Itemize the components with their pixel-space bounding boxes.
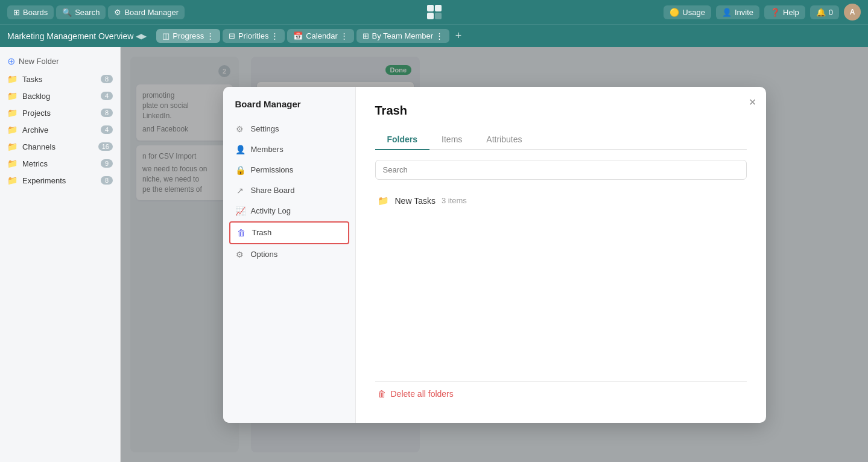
- app-logo: [425, 2, 444, 22]
- delete-icon: 🗑: [378, 389, 386, 399]
- board-manager-label: Board Manager: [124, 8, 179, 17]
- tab-calendar[interactable]: 📅 Calendar ⋮: [287, 29, 353, 43]
- board-manager-modal: Board Manager ⚙ Settings 👤 Members 🔒 Per…: [223, 87, 766, 423]
- folder-icon: 📁: [7, 159, 17, 168]
- share-icon: ↗: [235, 186, 245, 195]
- modal-overlay: Board Manager ⚙ Settings 👤 Members 🔒 Per…: [121, 47, 868, 462]
- avatar[interactable]: A: [844, 4, 861, 21]
- modal-nav-options[interactable]: ⚙ Options: [223, 244, 355, 265]
- sidebar-item-archive[interactable]: 📁 Archive 4: [0, 121, 120, 138]
- folder-icon: 📁: [7, 142, 17, 151]
- svg-rect-2: [427, 13, 434, 19]
- svg-rect-3: [435, 13, 442, 19]
- svg-rect-1: [435, 5, 442, 11]
- channels-badge: 16: [98, 142, 113, 151]
- sidebar-item-backlog[interactable]: 📁 Backlog 4: [0, 87, 120, 104]
- backlog-badge: 4: [101, 92, 113, 100]
- options-label: Options: [251, 250, 278, 259]
- team-icon: ⊞: [363, 31, 369, 40]
- sidebar-item-metrics[interactable]: 📁 Metrics 9: [0, 155, 120, 172]
- delete-all-label: Delete all folders: [391, 389, 454, 399]
- sidebar-item-label: Metrics: [22, 159, 48, 168]
- trash-search-input[interactable]: [375, 160, 747, 180]
- modal-sidebar: Board Manager ⚙ Settings 👤 Members 🔒 Per…: [223, 87, 356, 423]
- tab-attributes[interactable]: Attributes: [474, 130, 534, 150]
- tab-by-team-member[interactable]: ⊞ By Team Member ⋮: [356, 29, 449, 43]
- tab-priorities[interactable]: ⊟ Priorities ⋮: [223, 29, 285, 43]
- help-button[interactable]: ❓ Help: [764, 5, 805, 19]
- trash-title: Trash: [375, 104, 747, 118]
- svg-rect-0: [427, 5, 434, 11]
- sidebar-item-experiments[interactable]: 📁 Experiments 8: [0, 172, 120, 189]
- activity-icon: 📈: [235, 206, 245, 216]
- options-icon: ⚙: [235, 250, 245, 259]
- progress-icon: ◫: [162, 31, 169, 40]
- sidebar-item-projects[interactable]: 📁 Projects 8: [0, 104, 120, 121]
- modal-nav-members[interactable]: 👤 Members: [223, 139, 355, 160]
- new-folder-label: New Folder: [19, 57, 59, 66]
- usage-label: Usage: [682, 8, 705, 17]
- archive-badge: 4: [101, 125, 113, 134]
- top-nav-right: 🟡 Usage 👤 Invite ❓ Help 🔔 0 A: [664, 4, 861, 21]
- members-label: Members: [251, 145, 284, 154]
- folder-row-icon: 📁: [378, 195, 389, 206]
- sidebar: ⊕ New Folder 📁 Tasks 8 📁 Backlog 4 📁 Pro…: [0, 47, 121, 462]
- tab-items[interactable]: Items: [429, 130, 474, 150]
- boards-button[interactable]: ⊞ Boards: [7, 5, 54, 19]
- boards-label: Boards: [23, 8, 48, 17]
- usage-icon: 🟡: [670, 8, 679, 17]
- modal-nav-trash[interactable]: 🗑 Trash: [229, 221, 349, 244]
- settings-icon: ⚙: [235, 124, 245, 134]
- modal-nav-activity-log[interactable]: 📈 Activity Log: [223, 201, 355, 221]
- tab-folders[interactable]: Folders: [375, 130, 430, 150]
- invite-button[interactable]: 👤 Invite: [716, 5, 759, 19]
- folder-row-new-tasks[interactable]: 📁 New Tasks 3 items: [375, 189, 747, 212]
- board-manager-button[interactable]: ⚙ Board Manager: [108, 5, 185, 19]
- tab-progress[interactable]: ◫ Progress ⋮: [156, 29, 220, 43]
- sidebar-item-tasks[interactable]: 📁 Tasks 8: [0, 71, 120, 87]
- metrics-badge: 9: [101, 159, 113, 168]
- board-name-text: Marketing Management Overview: [7, 31, 133, 41]
- folder-list: 📁 New Tasks 3 items: [375, 189, 747, 212]
- second-nav: Marketing Management Overview ◀▶ ◫ Progr…: [0, 24, 868, 47]
- add-view-button[interactable]: +: [452, 30, 466, 42]
- sidebar-item-label: Tasks: [22, 75, 42, 84]
- notifications-count: 0: [829, 8, 833, 17]
- tasks-badge: 8: [101, 75, 113, 83]
- sidebar-item-channels[interactable]: 📁 Channels 16: [0, 138, 120, 155]
- trash-icon: 🗑: [236, 228, 246, 238]
- modal-close-button[interactable]: ×: [749, 95, 756, 109]
- boards-icon: ⊞: [13, 8, 20, 17]
- calendar-icon: 📅: [293, 31, 303, 40]
- sidebar-item-label: Projects: [22, 109, 51, 118]
- new-folder-button[interactable]: ⊕ New Folder: [0, 52, 120, 71]
- plus-icon: ⊕: [7, 55, 15, 67]
- folder-icon: 📁: [7, 108, 17, 118]
- delete-all-button[interactable]: 🗑 Delete all folders: [375, 381, 747, 406]
- sidebar-item-label: Channels: [22, 142, 55, 151]
- search-button[interactable]: 🔍 Search: [56, 5, 106, 19]
- folder-icon: 📁: [7, 176, 17, 185]
- sidebar-item-label: Archive: [22, 125, 48, 134]
- folder-icon: 📁: [7, 74, 17, 84]
- experiments-badge: 8: [101, 176, 113, 185]
- view-tabs: ◫ Progress ⋮ ⊟ Priorities ⋮ 📅 Calendar ⋮…: [156, 29, 465, 43]
- content-area: 2 promoting plate on social LinkedIn. an…: [121, 47, 868, 462]
- folder-icon: 📁: [7, 125, 17, 134]
- tab-row: Folders Items Attributes: [375, 130, 747, 150]
- projects-badge: 8: [101, 109, 113, 117]
- folder-icon: 📁: [7, 91, 17, 101]
- modal-sidebar-title: Board Manager: [223, 99, 355, 119]
- modal-nav-share-board[interactable]: ↗ Share Board: [223, 180, 355, 201]
- usage-button[interactable]: 🟡 Usage: [664, 5, 711, 19]
- board-expand-button[interactable]: ◀▶: [136, 32, 147, 40]
- lock-icon: 🔒: [235, 165, 245, 175]
- invite-icon: 👤: [722, 8, 732, 17]
- bell-icon: 🔔: [816, 8, 826, 17]
- logo-center: [425, 2, 444, 22]
- modal-nav-settings[interactable]: ⚙ Settings: [223, 119, 355, 139]
- permissions-label: Permissions: [251, 165, 294, 174]
- notifications-button[interactable]: 🔔 0: [810, 5, 839, 19]
- modal-nav-permissions[interactable]: 🔒 Permissions: [223, 160, 355, 180]
- folder-row-name: New Tasks: [395, 196, 436, 206]
